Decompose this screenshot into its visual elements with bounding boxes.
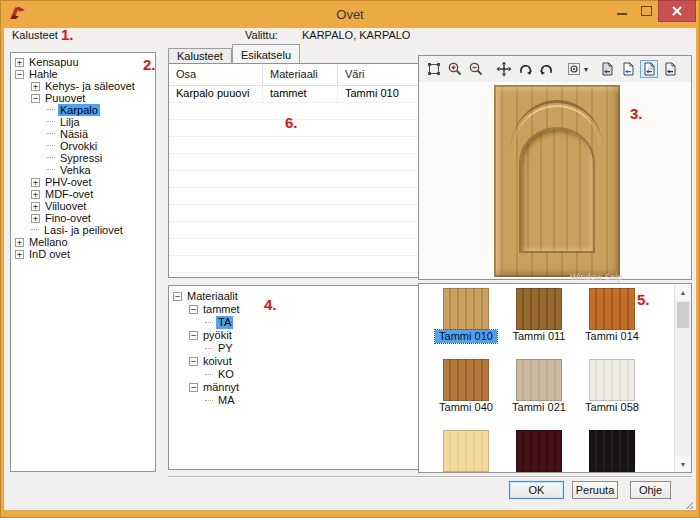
collapse-icon[interactable]: − xyxy=(173,292,182,301)
table-row[interactable]: Karpalo puuovitammetTammi 010 xyxy=(169,86,424,103)
preview-panel: ▾ xyxy=(418,55,692,280)
swatch-color[interactable] xyxy=(516,430,562,472)
column-header-materiaali[interactable]: Materiaali xyxy=(263,64,338,85)
tree-item-label: MA xyxy=(216,394,237,407)
scroll-up-icon[interactable]: ▲ xyxy=(675,284,691,300)
ok-button[interactable]: OK xyxy=(509,481,564,499)
tree-item-label: Fino-ovet xyxy=(43,212,93,224)
tree-item-koivut[interactable]: −koivut xyxy=(169,355,424,368)
swatch-color[interactable] xyxy=(589,288,635,330)
rotate-cw-icon[interactable] xyxy=(516,60,534,78)
close-button[interactable] xyxy=(658,0,696,22)
swatch-item[interactable] xyxy=(443,430,489,473)
chevron-down-icon[interactable]: ▾ xyxy=(584,65,588,74)
swatch-color[interactable] xyxy=(516,359,562,401)
swatch-color[interactable] xyxy=(516,288,562,330)
tree-item-phv-ovet[interactable]: +PHV-ovet xyxy=(11,176,155,188)
zoom-out-icon[interactable] xyxy=(467,60,485,78)
expand-icon[interactable]: + xyxy=(31,190,40,199)
expand-icon[interactable]: + xyxy=(31,214,40,223)
collapse-icon[interactable]: − xyxy=(31,94,40,103)
tab-esikatselu[interactable]: Esikatselu xyxy=(232,44,300,64)
swatch-item-tammi-014[interactable]: Tammi 014 xyxy=(589,288,635,343)
collapse-icon[interactable]: − xyxy=(189,331,198,340)
swatch-color[interactable] xyxy=(443,359,489,401)
tree-item-puuovet[interactable]: −Puuovet xyxy=(11,92,155,104)
expand-icon[interactable]: + xyxy=(31,82,40,91)
fit-view-icon[interactable] xyxy=(425,60,443,78)
minimize-button[interactable] xyxy=(610,0,634,22)
swatch-item-tammi-010[interactable]: Tammi 010 xyxy=(443,288,489,343)
tree-item-mdf-ovet[interactable]: +MDF-ovet xyxy=(11,188,155,200)
expand-icon[interactable]: + xyxy=(31,202,40,211)
dialog-window: Ovet Kalusteet Valittu: KARPALO, KARPALO… xyxy=(0,0,700,518)
collapse-icon[interactable]: − xyxy=(189,305,198,314)
scroll-down-icon[interactable]: ▼ xyxy=(675,456,691,472)
pan-icon[interactable] xyxy=(495,60,513,78)
tree-item-ind-ovet[interactable]: +InD ovet xyxy=(11,248,155,260)
cancel-button[interactable]: Peruuta xyxy=(572,481,618,499)
tree-item-sypressi[interactable]: Sypressi xyxy=(11,152,155,164)
column-header-v-ri[interactable]: Väri xyxy=(338,64,424,85)
tree-item-fino-ovet[interactable]: +Fino-ovet xyxy=(11,212,155,224)
tree-item-ta[interactable]: TA xyxy=(169,316,424,329)
tree-item-vehka[interactable]: Vehka xyxy=(11,164,155,176)
swatch-item-tammi-021[interactable]: Tammi 021 xyxy=(516,359,562,414)
tree-item-label: männyt xyxy=(201,381,241,394)
tree-item-kehys-ja-s-leovet[interactable]: +Kehys- ja säleovet xyxy=(11,80,155,92)
tree-item-karpalo[interactable]: Karpalo xyxy=(11,104,155,116)
tree-item-py-kit[interactable]: −pyökit xyxy=(169,329,424,342)
expand-icon[interactable]: + xyxy=(15,58,24,67)
scrollbar-thumb[interactable] xyxy=(677,302,689,328)
tree-item-py[interactable]: PY xyxy=(169,342,424,355)
door-preview-image[interactable] xyxy=(494,85,620,277)
title-bar[interactable]: Ovet xyxy=(0,0,700,28)
annotation-1: 1. xyxy=(61,26,74,43)
tree-item-tammet[interactable]: −tammet xyxy=(169,303,424,316)
tree-item-materiaalit[interactable]: −Materiaalit xyxy=(169,290,424,303)
shade-mode-1-icon[interactable] xyxy=(598,60,616,78)
expand-icon[interactable]: + xyxy=(15,238,24,247)
swatch-item[interactable] xyxy=(589,430,635,473)
swatch-item-tammi-058[interactable]: Tammi 058 xyxy=(589,359,635,414)
tree-item-ko[interactable]: KO xyxy=(169,368,424,381)
tree-item-lasi-ja-peiliovet[interactable]: Lasi- ja peiliovet xyxy=(11,224,155,236)
swatch-item[interactable] xyxy=(516,430,562,473)
collapse-icon[interactable]: − xyxy=(15,70,24,79)
tree-item-lilja[interactable]: Lilja xyxy=(11,116,155,128)
shade-mode-2-icon[interactable] xyxy=(619,60,637,78)
swatch-color[interactable] xyxy=(589,359,635,401)
collapse-icon[interactable]: − xyxy=(189,383,198,392)
expand-icon[interactable]: + xyxy=(31,178,40,187)
table-cell: tammet xyxy=(263,86,338,102)
expand-icon[interactable]: + xyxy=(15,250,24,259)
rotate-ccw-icon[interactable] xyxy=(537,60,555,78)
swatch-color[interactable] xyxy=(589,430,635,472)
vertical-scrollbar[interactable]: ▲ ▼ xyxy=(674,284,691,472)
swatch-item-tammi-011[interactable]: Tammi 011 xyxy=(516,288,562,343)
tree-item-mellano[interactable]: +Mellano xyxy=(11,236,155,248)
zoom-in-icon[interactable] xyxy=(446,60,464,78)
swatch-color[interactable] xyxy=(443,288,489,330)
shade-mode-3-icon[interactable] xyxy=(640,60,658,78)
swatch-item-tammi-040[interactable]: Tammi 040 xyxy=(443,359,489,414)
swatch-panel: Tammi 010Tammi 011Tammi 014Tammi 040Tamm… xyxy=(418,283,692,473)
tree-item-ma[interactable]: MA xyxy=(169,394,424,407)
shade-mode-4-icon[interactable] xyxy=(661,60,679,78)
collapse-icon[interactable]: − xyxy=(189,357,198,366)
table-empty-row xyxy=(169,222,424,239)
table-empty-row xyxy=(169,137,424,154)
tree-item-n-si[interactable]: Näsiä xyxy=(11,128,155,140)
help-button[interactable]: Ohje xyxy=(630,481,671,499)
tree-item-kensapuu[interactable]: +Kensapuu xyxy=(11,56,155,68)
tree-item-m-nnyt[interactable]: −männyt xyxy=(169,381,424,394)
tree-item-orvokki[interactable]: Orvokki xyxy=(11,140,155,152)
tree-item-hahle[interactable]: −Hahle xyxy=(11,68,155,80)
tree-item-label: koivut xyxy=(201,355,234,368)
column-header-osa[interactable]: Osa xyxy=(169,64,263,85)
maximize-button[interactable] xyxy=(634,0,658,22)
tab-kalusteet[interactable]: Kalusteet xyxy=(168,48,232,64)
tree-item-viiluovet[interactable]: +Viiluovet xyxy=(11,200,155,212)
center-view-icon[interactable] xyxy=(565,60,583,78)
swatch-color[interactable] xyxy=(443,430,489,472)
